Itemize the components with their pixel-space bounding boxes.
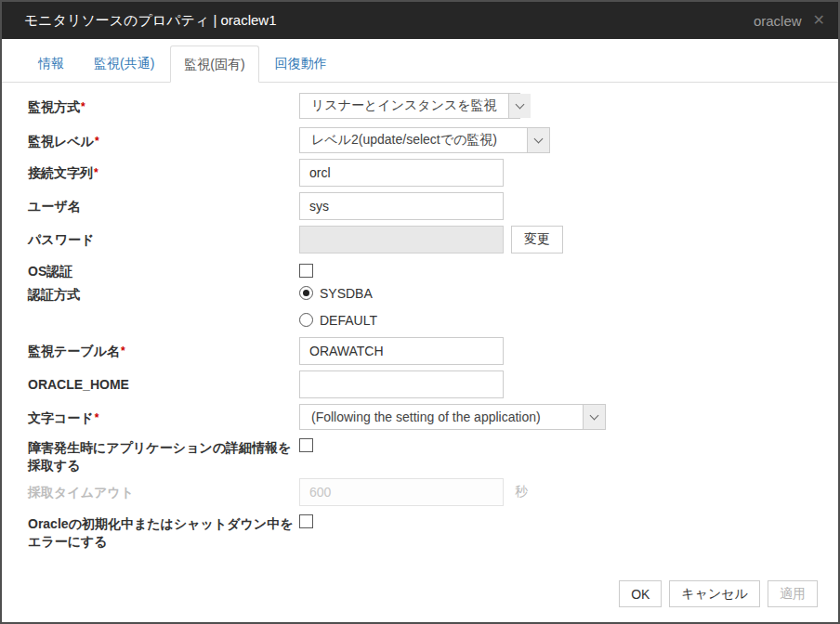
apply-button[interactable]: 適用 [768,580,818,607]
row-collect-detail: 障害発生時にアプリケーションの詳細情報を採取する [28,436,816,474]
char-code-value: (Following the setting of the applicatio… [300,405,583,429]
dialog-title: モニタリソースのプロパティ | oraclew1 [24,12,276,30]
monitor-method-select[interactable]: リスナーとインスタンスを監視 [299,93,520,119]
auth-option-default[interactable]: DEFAULT [299,311,377,330]
monitor-special-form: 監視方式* リスナーとインスタンスを監視 監視レベル* レベル2(update/… [2,83,838,580]
monitor-table-label-text: 監視テーブル名 [28,344,120,358]
tab-monitor-special[interactable]: 監視(固有) [170,46,258,83]
required-mark: * [94,166,98,179]
password-change-button[interactable]: 変更 [511,226,563,254]
tab-recovery-action[interactable]: 回復動作 [261,45,341,82]
row-auth-method: 認証方式 SYSDBA DEFAULT [28,284,816,332]
monitor-table-label: 監視テーブル名* [28,337,299,360]
password-label: パスワード [28,226,299,249]
chevron-down-icon [527,128,549,152]
row-connect-string: 接続文字列* [28,159,816,187]
required-mark: * [95,411,99,424]
connect-string-input[interactable] [299,159,504,187]
auth-option-sysdba[interactable]: SYSDBA [299,284,373,303]
close-icon[interactable]: ✕ [813,13,825,28]
tab-info[interactable]: 情報 [24,45,78,82]
user-name-input[interactable] [299,192,504,220]
tab-monitor-common[interactable]: 監視(共通) [80,45,168,82]
collect-timeout-unit: 秒 [515,478,528,500]
char-code-label-text: 文字コード [28,410,94,425]
radio-default-icon[interactable] [299,313,313,327]
row-oracle-home: ORACLE_HOME [28,370,816,398]
dialog-footer: OK キャンセル 適用 [2,580,838,622]
row-char-code: 文字コード* (Following the setting of the app… [28,404,816,430]
row-os-auth: OS認証 [28,259,816,280]
required-mark: * [95,135,99,148]
monitor-method-label: 監視方式* [28,93,299,116]
chevron-down-icon [583,405,605,429]
oracle-home-input[interactable] [299,370,504,398]
row-password: パスワード 変更 [28,226,816,254]
collect-detail-checkbox[interactable] [299,438,313,452]
row-monitor-method: 監視方式* リスナーとインスタンスを監視 [28,93,816,119]
monitor-method-value: リスナーとインスタンスを監視 [300,94,508,118]
monitor-table-input[interactable] [299,337,504,365]
radio-default-label: DEFAULT [320,311,377,330]
collect-timeout-input [299,478,504,506]
connect-string-label-text: 接続文字列 [28,165,93,180]
row-monitor-level: 監視レベル* レベル2(update/selectでの監視) [28,127,816,153]
collect-detail-label: 障害発生時にアプリケーションの詳細情報を採取する [28,436,299,474]
row-monitor-table: 監視テーブル名* [28,337,816,365]
ok-button[interactable]: OK [619,580,662,607]
password-input [299,226,504,254]
monitor-level-label-text: 監視レベル [28,134,94,149]
monitor-level-select[interactable]: レベル2(update/selectでの監視) [299,127,550,153]
monitor-method-label-text: 監視方式 [28,99,80,114]
collect-timeout-label: 採取タイムアウト [28,478,299,501]
row-collect-timeout: 採取タイムアウト 秒 [28,478,816,506]
oracle-home-label: ORACLE_HOME [28,370,299,394]
titlebar-right: oraclew ✕ [754,13,825,29]
os-auth-checkbox[interactable] [299,264,313,278]
required-mark: * [81,100,85,113]
chevron-down-icon [508,94,531,118]
monitor-resource-properties-dialog: モニタリソースのプロパティ | oraclew1 oraclew ✕ 情報 監視… [0,0,840,624]
row-user-name: ユーザ名 [28,192,816,220]
connect-string-label: 接続文字列* [28,159,299,182]
cancel-button[interactable]: キャンセル [669,580,760,607]
monitor-level-value: レベル2(update/selectでの監視) [300,128,527,152]
tab-bar: 情報 監視(共通) 監視(固有) 回復動作 [2,39,838,83]
row-error-on-init: Oracleの初期化中またはシャットダウン中をエラーにする [28,512,816,551]
error-on-init-label: Oracleの初期化中またはシャットダウン中をエラーにする [28,512,299,551]
titlebar: モニタリソースのプロパティ | oraclew1 oraclew ✕ [2,2,838,39]
monitor-level-label: 監視レベル* [28,127,299,150]
char-code-select[interactable]: (Following the setting of the applicatio… [299,404,606,430]
radio-sysdba-label: SYSDBA [320,284,373,303]
auth-method-label: 認証方式 [28,284,299,304]
window-label: oraclew [754,13,802,29]
char-code-label: 文字コード* [28,404,299,427]
radio-sysdba-icon[interactable] [299,286,313,300]
error-on-init-checkbox[interactable] [299,514,313,528]
required-mark: * [121,344,125,358]
user-name-label: ユーザ名 [28,192,299,215]
os-auth-label: OS認証 [28,259,299,280]
